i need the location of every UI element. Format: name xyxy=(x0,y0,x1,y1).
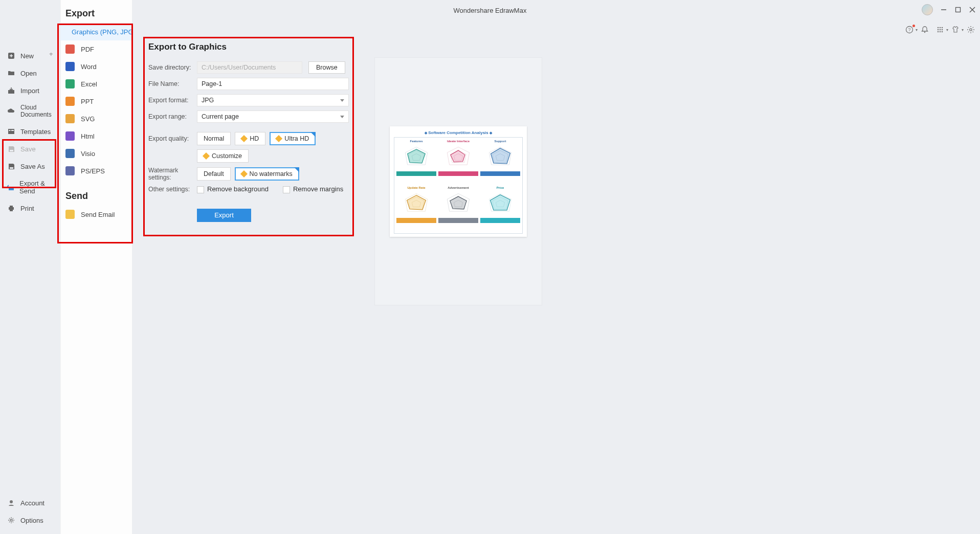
svg-rect-23 xyxy=(11,130,14,131)
radar-cell: Advertisement xyxy=(438,186,478,231)
format-item-html[interactable]: Html xyxy=(60,127,132,145)
rail-item-options[interactable]: Options xyxy=(0,511,60,529)
svg-rect-22 xyxy=(9,130,11,131)
svg-rect-28 xyxy=(10,206,13,207)
radar-note xyxy=(438,218,478,223)
svg-icon xyxy=(65,114,75,123)
radar-cell: Support xyxy=(480,140,520,185)
rail-item-templates[interactable]: Templates xyxy=(0,123,60,140)
format-item-pdf[interactable]: PDF xyxy=(60,40,132,58)
svg-rect-21 xyxy=(8,129,14,134)
rail-item-label: Open xyxy=(20,70,37,77)
svg-rect-26 xyxy=(9,187,14,190)
rail-item-label: New xyxy=(20,52,34,60)
quality-ultrahd-button[interactable]: Ultra HD xyxy=(270,132,316,145)
format-label: Visio xyxy=(81,150,95,158)
save-icon xyxy=(7,145,15,153)
rail-item-label: Export & Send xyxy=(19,180,57,195)
svg-marker-51 xyxy=(450,196,467,209)
remove-margins-checkbox[interactable]: Remove margins xyxy=(283,185,343,193)
browse-button[interactable]: Browse xyxy=(308,61,345,74)
svg-marker-47 xyxy=(407,195,426,210)
format-label: Graphics (PNG, JPG e… xyxy=(72,28,132,36)
export-format-select[interactable]: JPG xyxy=(197,94,349,106)
format-label: Html xyxy=(81,132,95,140)
rail-item-print[interactable]: Print xyxy=(0,199,60,217)
folder-icon xyxy=(7,69,15,77)
label-export-format: Export format: xyxy=(148,97,197,104)
rail-item-cloud[interactable]: Cloud Documents xyxy=(0,99,60,123)
format-item-svg[interactable]: SVG xyxy=(60,110,132,127)
rail-item-account[interactable]: Account xyxy=(0,494,60,511)
diamond-icon xyxy=(240,135,248,142)
quality-hd-button[interactable]: HD xyxy=(235,132,265,145)
svg-marker-35 xyxy=(408,149,426,163)
checkbox-icon xyxy=(283,186,290,193)
format-item-pseps[interactable]: PS/EPS xyxy=(60,162,132,180)
rail-item-label: Print xyxy=(20,205,34,212)
rail-item-label: Templates xyxy=(20,128,51,136)
preview-radar-grid: Features Ideate Interface Support Update… xyxy=(394,137,523,234)
rail-item-open[interactable]: Open xyxy=(0,64,60,82)
chevron-down-icon xyxy=(340,116,344,118)
label-save-directory: Save directory: xyxy=(148,64,197,71)
save-directory-input xyxy=(197,61,302,74)
corner-flag-icon xyxy=(294,167,299,172)
svg-rect-25 xyxy=(10,167,13,169)
pdf-icon xyxy=(65,44,75,54)
form-title: Export to Graphics xyxy=(148,42,349,52)
watermark-default-button[interactable]: Default xyxy=(197,167,231,181)
radar-cell: Ideate Interface xyxy=(438,140,478,185)
format-item-graphics[interactable]: Graphics (PNG, JPG e… xyxy=(60,23,132,40)
svg-marker-39 xyxy=(451,150,465,162)
format-item-word[interactable]: Word xyxy=(60,58,132,75)
templates-icon xyxy=(7,127,15,136)
label-file-name: File Name: xyxy=(148,80,197,87)
export-button[interactable]: Export xyxy=(197,209,251,222)
gear-icon xyxy=(7,516,15,524)
radar-note xyxy=(480,218,520,223)
format-label: SVG xyxy=(81,115,95,123)
export-range-select[interactable]: Current page xyxy=(197,110,349,123)
format-item-visio[interactable]: Visio xyxy=(60,145,132,162)
rail-item-save: Save xyxy=(0,140,60,158)
radar-note xyxy=(438,171,478,176)
svg-rect-29 xyxy=(10,210,13,211)
export-icon xyxy=(7,183,14,191)
chevron-down-icon xyxy=(340,99,344,102)
format-item-ppt[interactable]: PPT xyxy=(60,93,132,110)
left-rail-bottom: Account Options xyxy=(0,494,60,529)
label-export-quality: Export quality: xyxy=(148,135,197,142)
format-label: PPT xyxy=(81,98,94,105)
left-rail: New + Open Import Cloud Documents Templa… xyxy=(0,0,60,534)
radar-note xyxy=(396,171,436,176)
rail-item-label: Import xyxy=(20,87,39,95)
format-label: PS/EPS xyxy=(81,167,105,175)
rail-item-exportsend[interactable]: Export & Send xyxy=(0,175,60,199)
radar-note xyxy=(480,171,520,176)
format-item-excel[interactable]: Excel xyxy=(60,75,132,93)
export-format-value: JPG xyxy=(202,97,214,104)
rail-item-import[interactable]: Import xyxy=(0,82,60,99)
rail-item-label: Account xyxy=(20,499,44,507)
html-icon xyxy=(65,131,75,141)
export-column: Export Graphics (PNG, JPG e… PDF Word Ex… xyxy=(60,0,132,534)
format-label: Word xyxy=(81,63,97,71)
print-icon xyxy=(7,204,15,212)
svg-rect-27 xyxy=(9,207,14,210)
format-label: Excel xyxy=(81,80,97,88)
file-name-input[interactable] xyxy=(197,78,349,90)
rail-item-label: Cloud Documents xyxy=(20,104,57,118)
watermark-none-button[interactable]: No watermarks xyxy=(235,167,299,181)
send-item-email[interactable]: Send Email xyxy=(60,206,132,223)
remove-background-checkbox[interactable]: Remove background xyxy=(197,185,269,193)
svg-rect-24 xyxy=(10,150,13,151)
rail-item-saveas[interactable]: Save As xyxy=(0,158,60,175)
visio-icon xyxy=(65,149,75,158)
new-add-icon[interactable]: + xyxy=(49,50,53,58)
quality-normal-button[interactable]: Normal xyxy=(197,132,231,145)
excel-icon xyxy=(65,79,75,88)
diamond-icon xyxy=(240,170,248,177)
quality-customize-button[interactable]: Customize xyxy=(197,149,249,163)
label-export-range: Export range: xyxy=(148,113,197,120)
